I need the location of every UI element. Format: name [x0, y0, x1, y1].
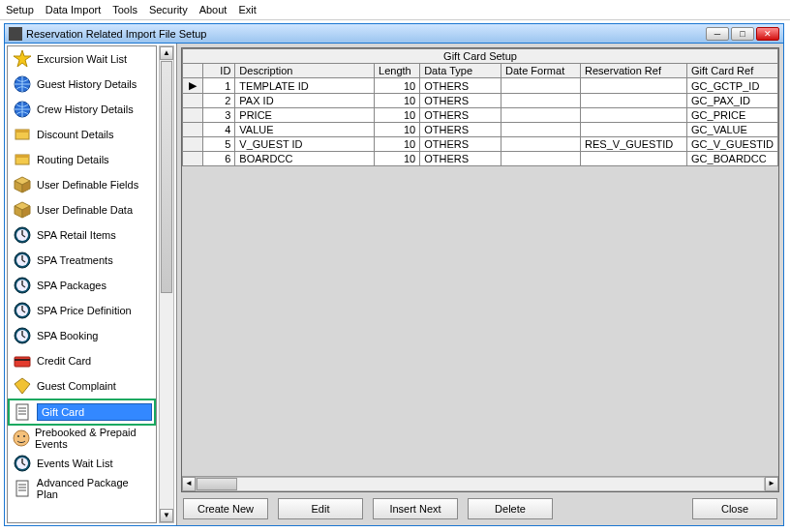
menu-about[interactable]: About [199, 4, 228, 15]
menu-setup[interactable]: Setup [6, 4, 34, 15]
menu-data-import[interactable]: Data Import [46, 4, 101, 15]
menu-security[interactable]: Security [149, 4, 188, 15]
menu-tools[interactable]: Tools [112, 4, 137, 15]
menubar: Setup Data Import Tools Security About E… [0, 0, 790, 20]
menu-exit[interactable]: Exit [238, 4, 256, 15]
